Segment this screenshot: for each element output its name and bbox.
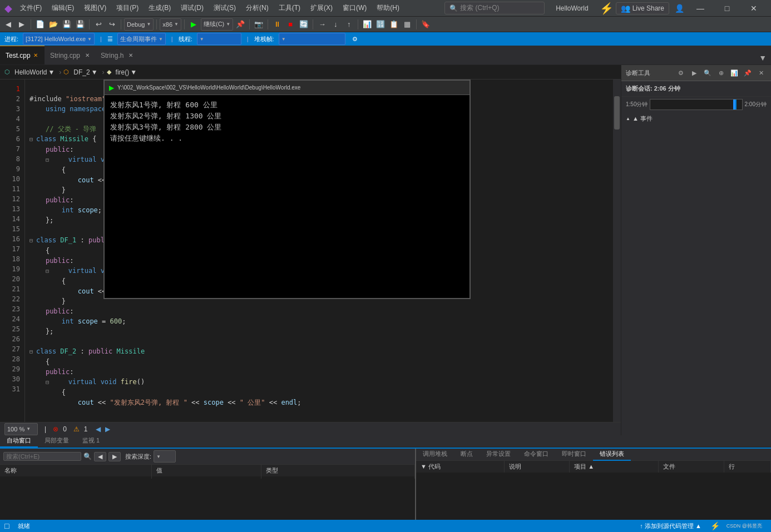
auto-search-input[interactable] — [3, 452, 81, 461]
diag-play-btn[interactable]: ▶ — [689, 67, 700, 78]
breadcrumb-class[interactable]: DF_2 ▼ — [71, 68, 100, 77]
auto-col-name[interactable]: 名称 — [0, 465, 151, 476]
tab-string-h[interactable]: String.h ✕ — [95, 46, 140, 64]
tab-error-list[interactable]: 错误列表 — [593, 449, 631, 461]
tab-exception-settings[interactable]: 异常设置 — [480, 449, 517, 461]
restore-button[interactable]: □ — [714, 0, 740, 17]
window-title: HelloWorld — [556, 4, 588, 12]
diag-search-btn[interactable]: 🔍 — [702, 67, 713, 78]
diag-settings-btn[interactable]: ⚙ — [675, 67, 686, 78]
minimize-button[interactable]: — — [688, 0, 713, 17]
perf-button[interactable]: 📊 — [361, 18, 373, 31]
auto-nav-back[interactable]: ◀ — [94, 452, 106, 461]
menu-debug[interactable]: 调试(D) — [176, 2, 208, 14]
menu-file[interactable]: 文件(F) — [16, 2, 46, 14]
tab-call-stack[interactable]: 调用堆栈 — [416, 449, 454, 461]
settings-icon[interactable]: ⚙ — [352, 36, 358, 43]
status-add-source[interactable]: ↑ 添加到源代码管理 ▲ — [637, 522, 704, 530]
platform-dropdown[interactable]: x86 ▼ — [160, 18, 181, 31]
open-button[interactable]: 📂 — [47, 18, 60, 31]
console-line-1: 发射东风1号弹, 射程 600 公里 — [110, 100, 464, 111]
menu-help[interactable]: 帮助(H) — [372, 2, 404, 14]
new-file-button[interactable]: 📄 — [34, 18, 46, 31]
breadcrumb-method[interactable]: fire() ▼ — [113, 68, 140, 77]
status-connection-icon[interactable]: ⚡ — [708, 521, 722, 530]
auto-nav-fwd[interactable]: ▶ — [108, 452, 121, 461]
menu-extensions[interactable]: 扩展(X) — [306, 2, 337, 14]
status-ready[interactable]: 就绪 — [16, 522, 32, 530]
pin-button[interactable]: 📌 — [234, 18, 246, 31]
stop-button[interactable]: ■ — [284, 18, 296, 31]
tab-immediate[interactable]: 即时窗口 — [555, 449, 593, 461]
process-dropdown[interactable]: [3172] HelloWorld.exe ▼ — [23, 33, 95, 45]
console-window[interactable]: ▶ Y:\002_WorkSpace\002_VS\HelloWorld\Hel… — [103, 79, 471, 299]
mem-button[interactable]: 🔢 — [374, 18, 387, 31]
close-button[interactable]: ✕ — [741, 0, 767, 17]
restart-button[interactable]: 🔄 — [298, 18, 310, 31]
menu-tools[interactable]: 工具(T) — [274, 2, 305, 14]
thread-dropdown[interactable]: ▼ — [197, 33, 241, 45]
menu-analyze[interactable]: 分析(N) — [241, 2, 273, 14]
start-button[interactable]: ▶ — [187, 18, 200, 31]
tab-string-h-close[interactable]: ✕ — [128, 52, 133, 58]
events-header[interactable]: ▲ ▲ 事件 — [626, 115, 767, 123]
bookmark-button[interactable]: 🔖 — [419, 18, 432, 31]
menu-build[interactable]: 生成(B) — [144, 2, 175, 14]
register-button[interactable]: ▦ — [401, 18, 413, 31]
tab-watch-1[interactable]: 监视 1 — [76, 435, 106, 448]
breadcrumb-project[interactable]: HelloWorld ▼ — [12, 68, 57, 77]
tab-breakpoints[interactable]: 断点 — [454, 449, 480, 461]
timeline-bar[interactable] — [650, 99, 742, 110]
err-col-desc[interactable]: 说明 — [504, 461, 570, 473]
err-col-project[interactable]: 项目 ▲ — [570, 461, 659, 473]
tab-string-cpp[interactable]: String.cpp ✕ — [45, 46, 95, 64]
thread-button[interactable]: 📋 — [388, 18, 400, 31]
tab-string-cpp-close[interactable]: ✕ — [85, 52, 90, 58]
menu-test[interactable]: 测试(S) — [209, 2, 240, 14]
scroll-thumb[interactable] — [614, 96, 620, 130]
continue-dropdown[interactable]: 继续(C) ▼ — [201, 18, 233, 31]
nav-forward-btn[interactable]: ▶ — [105, 425, 110, 433]
err-col-code[interactable]: ▼ 代码 — [416, 461, 504, 473]
vertical-scrollbar[interactable] — [613, 79, 621, 422]
redo-button[interactable]: ↪ — [106, 18, 118, 31]
auto-depth-dropdown[interactable]: ▼ — [154, 450, 176, 463]
save-button[interactable]: 💾 — [61, 18, 73, 31]
undo-button[interactable]: ↩ — [92, 18, 105, 31]
step-out-button[interactable]: ↑ — [343, 18, 355, 31]
menu-project[interactable]: 项目(P) — [112, 2, 143, 14]
err-col-file[interactable]: 文件 — [658, 461, 724, 473]
auto-col-value[interactable]: 值 — [151, 465, 261, 476]
forward-button[interactable]: ▶ — [16, 18, 28, 31]
timeline-end: 2:00分钟 — [745, 101, 767, 108]
tab-test-cpp[interactable]: Test.cpp ✕ — [0, 46, 45, 64]
zoom-dropdown[interactable]: 100 % ▼ — [4, 423, 38, 435]
debug-config-dropdown[interactable]: Debug ▼ — [124, 18, 154, 31]
menu-window[interactable]: 窗口(W) — [338, 2, 371, 14]
live-share-button[interactable]: 👥 Live Share — [616, 2, 669, 14]
step-over-button[interactable]: → — [316, 18, 328, 31]
stackframe-dropdown[interactable]: ▼ — [279, 33, 345, 45]
diag-pin-btn[interactable]: 📌 — [742, 67, 753, 78]
back-button[interactable]: ◀ — [2, 18, 14, 31]
pause-button[interactable]: ⏸ — [271, 18, 283, 31]
tab-command-window[interactable]: 命令窗口 — [517, 449, 555, 461]
search-box[interactable]: 🔍 搜索 (Ctrl+Q) — [444, 2, 545, 14]
tab-local-vars[interactable]: 局部变量 — [38, 435, 76, 448]
err-col-line[interactable]: 行 — [724, 461, 770, 473]
nav-back-btn[interactable]: ◀ — [96, 425, 101, 433]
diag-chart-btn[interactable]: 📊 — [729, 67, 740, 78]
diag-zoom-btn[interactable]: ⊕ — [715, 67, 726, 78]
tab-auto-window[interactable]: 自动窗口 — [0, 435, 38, 448]
lifecycle-dropdown[interactable]: 生命周期事件 ▼ — [117, 33, 166, 45]
save-all-button[interactable]: 💾 — [74, 18, 86, 31]
menu-edit[interactable]: 编辑(E) — [47, 2, 78, 14]
person-icon[interactable]: 👤 — [671, 4, 688, 13]
diag-close-btn[interactable]: ✕ — [755, 67, 767, 78]
snapshot-button[interactable]: 📷 — [253, 18, 265, 31]
auto-col-type[interactable]: 类型 — [261, 465, 415, 476]
diag-header: 诊断工具 ⚙ ▶ 🔍 ⊕ 📊 📌 ✕ — [621, 65, 771, 81]
tab-list-btn[interactable]: ▼ — [754, 51, 771, 64]
menu-view[interactable]: 视图(V) — [80, 2, 111, 14]
step-in-button[interactable]: ↓ — [329, 18, 342, 31]
